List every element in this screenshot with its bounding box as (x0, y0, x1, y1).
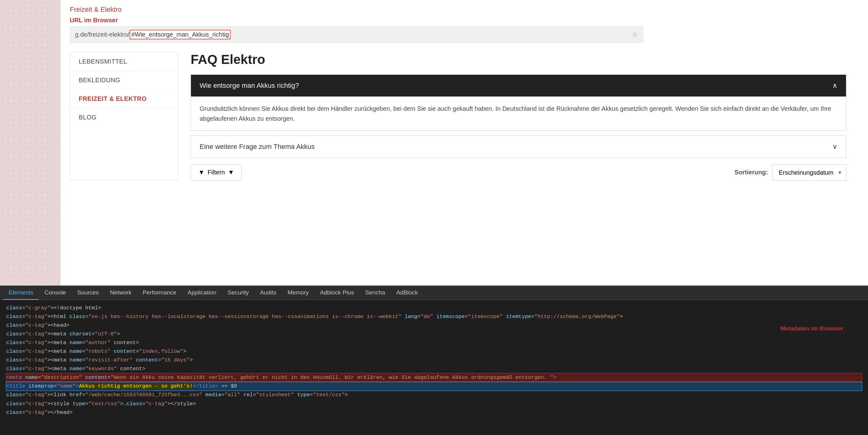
browser-area: Freizeit & Elektro URL im Browser g.de/f… (60, 0, 868, 286)
faq-question[interactable]: Eine weitere Frage zum Thema Akkus∨ (191, 136, 846, 157)
faq-title: FAQ Elektro (191, 52, 846, 67)
sidebar-nav: LEBENSMITTELBEKLEIDUNGFREIZEIT & ELEKTRO… (70, 52, 178, 181)
devtools-tab-adblock[interactable]: AdBlock (391, 286, 424, 300)
code-line: <title itemprop="name">Akkus richtig ent… (6, 382, 862, 390)
sort-wrapper: ErscheinungsdatumRelevanzPreis aufsteige… (772, 165, 846, 181)
devtools-tab-sources[interactable]: Sources (72, 286, 104, 300)
chevron-down-icon: ∨ (832, 143, 837, 151)
code-line: class="c-tag"><html class="no-js has--hi… (6, 313, 862, 321)
chevron-up-icon: ∧ (832, 82, 837, 90)
bookmark-icon[interactable]: ☆ (632, 31, 638, 39)
sidebar-nav-item[interactable]: LEBENSMITTEL (70, 52, 178, 71)
url-label: URL im Browser (70, 17, 859, 24)
devtools-tab-elements[interactable]: Elements (3, 286, 39, 300)
sidebar-nav-item[interactable]: BEKLEIDUNG (70, 71, 178, 90)
code-line: class="c-tag"><meta charset="utf-8"> (6, 330, 862, 339)
faq-items-container: Wie entsorge man Akkus richtig?∧Grundsät… (191, 75, 846, 158)
code-line: class="c-tag"><meta name="keywords" cont… (6, 365, 862, 373)
main-content: LEBENSMITTELBEKLEIDUNGFREIZEIT & ELEKTRO… (60, 46, 868, 187)
sort-label: Sortierung: (734, 169, 768, 176)
filter-button[interactable]: ▼ Filtern ▼ (191, 164, 242, 181)
faq-question-text: Wie entsorge man Akkus richtig? (199, 82, 299, 90)
filter-chevron-icon: ▼ (228, 169, 234, 176)
sidebar-nav-item[interactable]: FREIZEIT & ELEKTRO (70, 90, 178, 108)
devtools-tab-memory[interactable]: Memory (282, 286, 315, 300)
code-line: class="c-tag"><meta name="author" conten… (6, 339, 862, 347)
faq-answer: Grundsätzlich können Sie Akkus direkt be… (191, 96, 846, 130)
code-line: <meta name="description" content="Wenn e… (6, 373, 862, 382)
devtools-tab-console[interactable]: Console (39, 286, 72, 300)
devtools-tab-audits[interactable]: Audits (254, 286, 282, 300)
faq-area: FAQ Elektro Wie entsorge man Akkus richt… (178, 52, 859, 181)
url-section: URL im Browser g.de/freizeit-elektro/ #W… (60, 17, 868, 46)
code-line: class="c-tag"><meta name="revisit-after"… (6, 356, 862, 365)
url-prefix: g.de/freizeit-elektro/ (75, 31, 130, 38)
devtools-tab-adblock-plus[interactable]: Adblock Plus (314, 286, 360, 300)
code-line: class="c-tag"><head> (6, 321, 862, 330)
devtools-tab-application[interactable]: Application (182, 286, 222, 300)
url-bar: g.de/freizeit-elektro/ #Wie_entsorge_man… (70, 26, 643, 43)
faq-item: Wie entsorge man Akkus richtig?∧Grundsät… (191, 75, 846, 130)
meta-label: Metadaten im Browser (780, 325, 843, 332)
code-line: class="c-gray"><!doctype html> (6, 304, 862, 313)
filter-label: Filtern (208, 169, 225, 176)
devtools-tabs: ElementsConsoleSourcesNetworkPerformance… (0, 286, 868, 300)
code-line: class="c-tag"><meta name="robots" conten… (6, 347, 862, 356)
devtools-panel: ElementsConsoleSourcesNetworkPerformance… (0, 286, 868, 435)
background-pattern (0, 0, 60, 286)
code-line: class="c-tag"><link href="/web/cache/155… (6, 390, 862, 399)
devtools-tab-network[interactable]: Network (104, 286, 137, 300)
devtools-tab-security[interactable]: Security (222, 286, 254, 300)
site-title: Freizeit & Elektro (70, 6, 122, 13)
faq-item: Eine weitere Frage zum Thema Akkus∨ (191, 136, 846, 158)
code-line: class="c-tag"></head> (6, 408, 862, 417)
devtools-tab-performance[interactable]: Performance (137, 286, 182, 300)
devtools-tab-sencha[interactable]: Sencha (360, 286, 391, 300)
faq-question-text: Eine weitere Frage zum Thema Akkus (199, 143, 315, 151)
url-anchor: #Wie_entsorge_man_Akkus_richtig (130, 30, 231, 39)
faq-question[interactable]: Wie entsorge man Akkus richtig?∧ (191, 75, 846, 96)
site-brand: Freizeit & Elektro (60, 0, 868, 17)
code-line: class="c-tag"><style type="text/css">…cl… (6, 400, 862, 408)
sidebar-nav-item[interactable]: BLOG (70, 108, 178, 126)
sort-select[interactable]: ErscheinungsdatumRelevanzPreis aufsteige… (772, 165, 846, 181)
filter-icon: ▼ (198, 169, 205, 176)
filter-row: ▼ Filtern ▼ Sortierung: Erscheinungsdatu… (191, 164, 846, 181)
devtools-code: class="c-gray"><!doctype html>class="c-t… (0, 300, 868, 421)
sort-row: Sortierung: ErscheinungsdatumRelevanzPre… (734, 165, 846, 181)
